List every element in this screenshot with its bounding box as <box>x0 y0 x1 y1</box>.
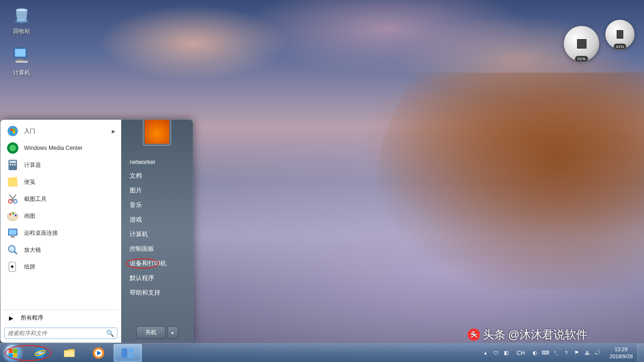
tray-network-icon[interactable]: 🖧 <box>583 349 591 357</box>
svg-rect-14 <box>9 161 16 163</box>
svg-rect-7 <box>10 129 13 131</box>
language-indicator[interactable]: CH <box>514 350 528 356</box>
shutdown-options-button[interactable]: ▸ <box>167 326 178 339</box>
mem-value-badge: 41% <box>613 43 627 50</box>
program-label: 纸牌 <box>24 263 35 271</box>
paint-icon <box>6 209 19 222</box>
start-menu-right-panel: networker文档图片音乐游戏计算机控制面板设备和打印机默认程序帮助和支持 … <box>121 120 193 343</box>
all-programs-button[interactable]: ▶ 所有程序 <box>3 310 118 326</box>
triangle-right-icon: ▶ <box>9 315 13 321</box>
svg-rect-40 <box>128 348 134 353</box>
tray-app-icon[interactable]: ◧ <box>503 349 510 357</box>
media-center-icon <box>6 141 19 155</box>
svg-point-1 <box>16 8 27 11</box>
start-right-item[interactable]: 图片 <box>121 183 193 198</box>
remote-desktop-icon <box>6 226 19 239</box>
start-menu: 入门▶Windows Media Center计算器便笺截图工具画图远程桌面连接… <box>0 119 193 343</box>
recycle-bin-icon <box>10 3 33 25</box>
program-item-snipping-tool[interactable]: 截图工具 <box>3 190 118 207</box>
calculator-icon <box>6 158 19 172</box>
clock[interactable]: 12:29 2018/9/28 <box>605 346 637 360</box>
panel-icon <box>121 347 135 359</box>
start-right-item[interactable]: 帮助和支持 <box>121 286 193 300</box>
svg-point-12 <box>9 145 16 151</box>
search-input[interactable] <box>8 330 106 337</box>
desktop-icon-computer[interactable]: 计算机 <box>3 44 41 77</box>
tray-volume-icon[interactable]: 🔊 <box>594 349 601 357</box>
chip-icon <box>577 39 586 49</box>
search-icon[interactable]: 🔍 <box>106 329 114 337</box>
folder-icon <box>63 346 76 360</box>
search-box[interactable]: 🔍 <box>4 328 117 339</box>
watermark-prefix: 头条 <box>483 327 505 342</box>
taskbar-item-media-player[interactable] <box>84 344 113 362</box>
start-right-item[interactable]: networker <box>121 156 193 169</box>
svg-point-26 <box>15 214 17 216</box>
start-right-item[interactable]: 音乐 <box>121 198 193 213</box>
start-right-item[interactable]: 默认程序 <box>121 271 193 286</box>
svg-line-31 <box>14 251 17 254</box>
taskbar-item-ie[interactable] <box>26 344 54 362</box>
tray-shield-icon[interactable]: 🛡 <box>492 349 500 357</box>
desktop-icon-label: 计算机 <box>3 69 41 77</box>
memory-meter-gadget[interactable]: 41% <box>605 20 635 49</box>
svg-rect-17 <box>14 164 16 165</box>
program-item-getting-started[interactable]: 入门▶ <box>3 123 118 140</box>
start-orb-icon <box>4 345 21 362</box>
cpu-meter-gadget[interactable]: 01% <box>564 26 599 61</box>
program-label: 放大镜 <box>24 246 41 254</box>
svg-rect-9 <box>10 131 13 133</box>
program-label: 入门 <box>24 127 35 135</box>
watermark-logo-icon: 头 <box>468 329 480 341</box>
tray-punct-icon[interactable]: °, <box>552 349 560 357</box>
svg-point-25 <box>12 213 14 214</box>
submenu-arrow-icon: ▶ <box>112 129 116 134</box>
taskbar-item-explorer[interactable] <box>55 344 83 362</box>
program-label: 便笺 <box>24 178 35 186</box>
svg-rect-8 <box>13 129 15 131</box>
program-label: 计算器 <box>24 161 41 169</box>
program-item-sticky-notes[interactable]: 便笺 <box>3 173 118 190</box>
show-desktop-button[interactable] <box>637 344 644 362</box>
user-picture-frame[interactable] <box>143 119 171 146</box>
start-right-item[interactable]: 游戏 <box>121 213 193 227</box>
watermark-text: @沐沐君说软件 <box>508 327 587 342</box>
taskbar-item-active[interactable] <box>114 344 142 362</box>
program-item-media-center[interactable]: Windows Media Center <box>3 140 118 156</box>
program-item-paint[interactable]: 画图 <box>3 207 118 224</box>
solitaire-icon: ♠ <box>6 260 19 273</box>
program-item-solitaire[interactable]: ♠纸牌 <box>3 258 118 275</box>
svg-rect-10 <box>13 131 15 133</box>
start-button[interactable] <box>0 344 25 362</box>
tray-keyboard-icon[interactable]: ⌨ <box>542 349 549 357</box>
start-right-item[interactable]: 控制面板 <box>121 242 193 256</box>
magnifier-icon <box>6 243 19 256</box>
svg-rect-3 <box>15 49 25 57</box>
program-item-magnifier[interactable]: 放大镜 <box>3 241 118 258</box>
computer-icon <box>10 44 33 67</box>
start-menu-left-panel: 入门▶Windows Media Center计算器便笺截图工具画图远程桌面连接… <box>0 120 121 343</box>
start-right-item[interactable]: 计算机 <box>121 227 193 242</box>
tray-flag-icon[interactable]: ⚑ <box>573 349 580 357</box>
svg-rect-29 <box>11 236 15 238</box>
svg-rect-4 <box>17 59 23 61</box>
program-item-remote-desktop[interactable]: 远程桌面连接 <box>3 224 118 241</box>
program-label: 截图工具 <box>24 195 47 203</box>
desktop-icon-recycle-bin[interactable]: 回收站 <box>3 3 41 35</box>
internet-explorer-icon <box>33 346 47 360</box>
watermark: 头 头条 @沐沐君说软件 <box>468 327 587 342</box>
svg-rect-36 <box>64 351 74 357</box>
program-label: 远程桌面连接 <box>24 229 58 237</box>
shutdown-button[interactable]: 关机 <box>136 326 165 339</box>
svg-rect-41 <box>128 354 134 358</box>
program-item-calculator[interactable]: 计算器 <box>3 156 118 173</box>
svg-rect-15 <box>9 164 11 165</box>
tray-ime-icon[interactable]: ◐ <box>531 349 539 357</box>
user-picture <box>145 119 169 144</box>
tray-expand-icon[interactable]: ▴ <box>482 349 489 357</box>
tray-help-icon[interactable]: ? <box>562 349 570 357</box>
all-programs-label: 所有程序 <box>21 314 43 322</box>
svg-rect-28 <box>9 230 17 235</box>
start-right-item[interactable]: 文档 <box>121 169 193 183</box>
start-right-item[interactable]: 设备和打印机 <box>121 256 193 271</box>
